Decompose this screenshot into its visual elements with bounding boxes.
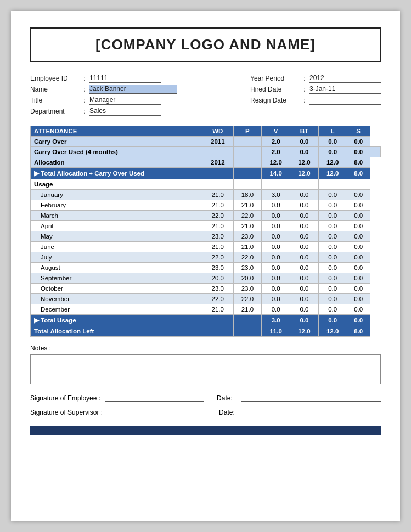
resign-date-label: Resign Date [250,97,300,104]
table-cell [233,315,262,326]
hired-date-label: Hired Date [250,86,300,93]
table-cell: 23.0 [202,284,233,294]
table-cell [202,168,233,179]
table-cell: 0.0 [347,200,370,211]
table-row: July22.022.00.00.00.00.0 [31,252,381,263]
col-attendance: ATTENDANCE [31,126,202,137]
table-cell: 0.0 [262,221,290,231]
table-cell: 0.0 [318,137,347,147]
table-cell: 0.0 [347,252,370,263]
table-cell: 2.0 [262,137,290,147]
table-cell: October [31,284,202,294]
table-cell-empty [370,147,380,157]
company-logo-text: [COMPANY LOGO AND NAME] [95,36,316,53]
table-cell [202,179,233,190]
table-cell: Usage [31,179,202,190]
table-row: May23.023.00.00.00.00.0 [31,231,381,242]
table-cell [233,147,262,157]
name-value: Jack Banner [89,85,177,94]
table-row: March22.022.00.00.00.00.0 [31,211,381,221]
table-cell: 22.0 [233,211,262,221]
signatures-section: Signature of Employee : Date: Signature … [30,394,381,416]
table-row: ▶ Total Usage3.00.00.00.0 [31,315,381,326]
table-cell: 0.0 [290,137,319,147]
table-cell: 0.0 [290,242,319,252]
table-cell: August [31,263,202,273]
table-cell: 8.0 [347,168,370,179]
employee-id-label: Employee ID [30,75,80,82]
employee-sig-row: Signature of Employee : Date: [30,394,381,402]
table-cell [233,137,262,147]
table-cell: 8.0 [347,157,370,168]
employee-id-value: 11111 [89,74,161,83]
table-cell: 0.0 [318,304,347,315]
supervisor-date-label: Date: [219,409,235,416]
table-cell: 12.0 [262,157,290,168]
table-cell: 11.0 [262,326,290,337]
supervisor-sig-line [107,409,206,416]
table-cell: 22.0 [233,252,262,263]
table-cell: Total Allocation Left [31,326,202,337]
table-cell: Carry Over [31,137,202,147]
table-cell: 0.0 [290,190,319,200]
notes-box[interactable] [30,354,381,384]
title-label: Title [30,97,80,104]
table-cell: 0.0 [290,211,319,221]
table-row: December21.021.00.00.00.00.0 [31,304,381,315]
table-cell: 0.0 [318,221,347,231]
table-cell: May [31,231,202,242]
table-row: Carry Over20112.00.00.00.0 [31,137,381,147]
department-label: Department [30,107,80,115]
table-cell: 21.0 [202,190,233,200]
table-cell: 0.0 [290,294,319,304]
employee-sig-line [105,394,204,402]
table-cell: 3.0 [262,190,290,200]
table-cell [233,157,262,168]
table-cell: 20.0 [202,273,233,284]
table-cell [202,315,233,326]
table-cell: 0.0 [290,284,319,294]
table-row: April21.021.00.00.00.00.0 [31,221,381,231]
table-cell: February [31,200,202,211]
table-cell [233,168,262,179]
table-row: September20.020.00.00.00.00.0 [31,273,381,284]
table-cell: 0.0 [318,211,347,221]
table-cell: 23.0 [202,263,233,273]
table-cell: 0.0 [318,273,347,284]
table-cell: 0.0 [318,147,347,157]
table-cell: January [31,190,202,200]
year-period-value: 2012 [309,74,381,83]
table-row: Usage [31,179,381,190]
employee-id-row: Employee ID : 11111 [30,74,177,83]
table-cell: 0.0 [290,252,319,263]
table-cell: 22.0 [202,294,233,304]
table-cell [318,179,347,190]
table-cell: 0.0 [318,200,347,211]
table-cell: September [31,273,202,284]
hired-date-row: Hired Date : 3-Jan-11 [250,85,381,94]
table-cell: 0.0 [347,315,370,326]
table-cell: 0.0 [347,221,370,231]
info-right: Year Period : 2012 Hired Date : 3-Jan-11… [250,74,381,116]
table-cell: 12.0 [318,168,347,179]
table-cell: 21.0 [233,200,262,211]
table-row: Carry Over Used (4 months)2.00.00.00.0 [31,147,381,157]
table-cell: 0.0 [347,147,370,157]
table-row: February21.021.00.00.00.00.0 [31,200,381,211]
footer-bar [30,426,381,435]
table-cell [233,326,262,337]
table-cell: 0.0 [262,284,290,294]
table-cell: 8.0 [347,326,370,337]
table-cell: 2011 [202,137,233,147]
table-cell: 0.0 [318,294,347,304]
table-cell: 0.0 [347,273,370,284]
table-row: ▶ Total Allocation + Carry Over Used14.0… [31,168,381,179]
supervisor-date-line [244,409,381,416]
table-cell: 2.0 [262,147,290,157]
table-cell: 12.0 [290,326,319,337]
table-cell: 0.0 [318,252,347,263]
table-cell: 0.0 [262,304,290,315]
table-row: October23.023.00.00.00.00.0 [31,284,381,294]
table-cell: 12.0 [290,168,319,179]
employee-info-section: Employee ID : 11111 Name : Jack Banner T… [30,74,381,116]
